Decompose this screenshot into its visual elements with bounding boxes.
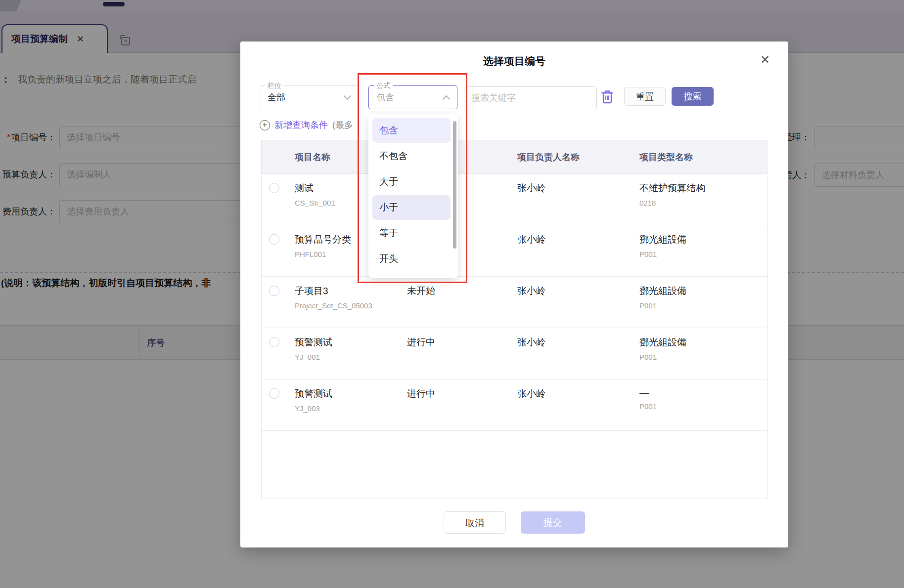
option-not-contains[interactable]: 不包含 — [372, 144, 451, 168]
cancel-button[interactable]: 取消 — [444, 511, 506, 534]
project-type-header: 项目类型名称 — [632, 140, 768, 173]
project-code: YJ_003 — [295, 404, 394, 413]
reset-button[interactable]: 重置 — [624, 87, 666, 106]
project-code: Project_Set_CS_05003 — [295, 301, 394, 310]
radio-button[interactable] — [269, 234, 279, 245]
project-status: 进行中 — [399, 379, 509, 430]
option-less-than[interactable]: 小于 — [372, 195, 451, 220]
project-code: YJ_001 — [295, 353, 394, 361]
radio-button[interactable] — [269, 183, 279, 193]
project-status: 未开始 — [399, 277, 509, 328]
formula-select-value: 包含 — [376, 86, 394, 110]
screen: 项目预算编制 ✕ ✕ ： 我负责的新项目立项之后，随着项目正式启 *项目编号： … — [0, 0, 904, 588]
submit-button[interactable]: 提交 — [521, 511, 585, 534]
dropdown-scrollbar-thumb[interactable] — [453, 121, 456, 249]
trash-icon[interactable] — [600, 89, 616, 106]
radio-button[interactable] — [269, 286, 279, 296]
project-owner-header: 项目负责人名称 — [509, 140, 632, 173]
project-type: 不维护预算结构 — [639, 182, 763, 195]
row-radio-cell — [262, 277, 287, 328]
table-row[interactable]: 测试CS_Str_001 张小岭 不维护预算结构0218 — [262, 174, 767, 225]
row-radio-cell — [262, 379, 287, 430]
field-select-value: 全部 — [268, 86, 285, 110]
table-row[interactable]: 预警测试YJ_003 进行中 张小岭 —P001 — [262, 379, 767, 431]
add-condition-hint: (最多 — [332, 119, 353, 131]
project-owner: 张小岭 — [509, 328, 632, 379]
project-owner: 张小岭 — [509, 225, 632, 276]
project-results-table: 项目名称 项目负责人名称 项目类型名称 测试CS_Str_001 张小岭 不维护… — [261, 140, 768, 499]
plus-circle-icon: + — [260, 120, 270, 130]
table-header-row: 项目名称 项目负责人名称 项目类型名称 — [262, 140, 767, 174]
project-name: 子项目3 — [295, 285, 394, 297]
option-starts-with[interactable]: 开头 — [372, 247, 451, 271]
project-type: 鄧光組設備 — [639, 285, 763, 297]
radio-button[interactable] — [269, 388, 279, 399]
project-owner: 张小岭 — [509, 277, 632, 328]
project-type-code: P001 — [639, 250, 763, 258]
row-radio-cell — [262, 225, 287, 276]
formula-options-dropdown: 包含 不包含 大于 小于 等于 开头 — [368, 114, 458, 278]
project-type-code: P001 — [639, 301, 763, 310]
option-greater-than[interactable]: 大于 — [372, 169, 451, 194]
select-project-number-dialog: 选择项目编号 ✕ 栏位 全部 公式 包含 重置 搜索 + 新增查 — [240, 42, 788, 547]
search-button[interactable]: 搜索 — [672, 87, 714, 106]
project-type-code: P001 — [639, 353, 763, 361]
dialog-title: 选择项目编号 — [240, 54, 788, 68]
row-radio-cell — [262, 174, 287, 225]
option-contains[interactable]: 包含 — [372, 118, 451, 143]
project-owner: 张小岭 — [509, 174, 632, 225]
chevron-up-icon — [443, 95, 451, 103]
row-radio-cell — [262, 328, 287, 379]
chevron-down-icon — [344, 92, 352, 100]
dialog-close-icon[interactable]: ✕ — [757, 51, 773, 68]
add-condition-row: + 新增查询条件 (最多 — [260, 119, 353, 131]
project-type: 鄧光組設備 — [639, 336, 763, 349]
option-equals[interactable]: 等于 — [372, 221, 451, 246]
table-row[interactable]: 预警测试YJ_001 进行中 张小岭 鄧光組設備P001 — [262, 328, 767, 379]
radio-button[interactable] — [269, 337, 279, 347]
project-name: 预警测试 — [295, 387, 394, 400]
project-type-code: P001 — [639, 402, 763, 411]
project-status: 进行中 — [399, 328, 509, 379]
field-select[interactable]: 栏位 全部 — [260, 85, 359, 109]
formula-select[interactable]: 公式 包含 — [368, 85, 457, 109]
project-type: 鄧光組設備 — [639, 233, 763, 246]
select-column-header — [262, 140, 287, 173]
add-condition-link[interactable]: 新增查询条件 — [274, 119, 328, 131]
project-type-code: 0218 — [639, 199, 763, 207]
table-row[interactable]: 子项目3Project_Set_CS_05003 未开始 张小岭 鄧光組設備P0… — [262, 277, 767, 328]
table-row[interactable]: 预算品号分类PHFL001 张小岭 鄧光組設備P001 — [262, 225, 767, 277]
project-name: 预警测试 — [295, 336, 394, 349]
project-owner: 张小岭 — [509, 379, 632, 430]
project-type: — — [639, 387, 763, 398]
keyword-search-input[interactable] — [464, 86, 597, 109]
